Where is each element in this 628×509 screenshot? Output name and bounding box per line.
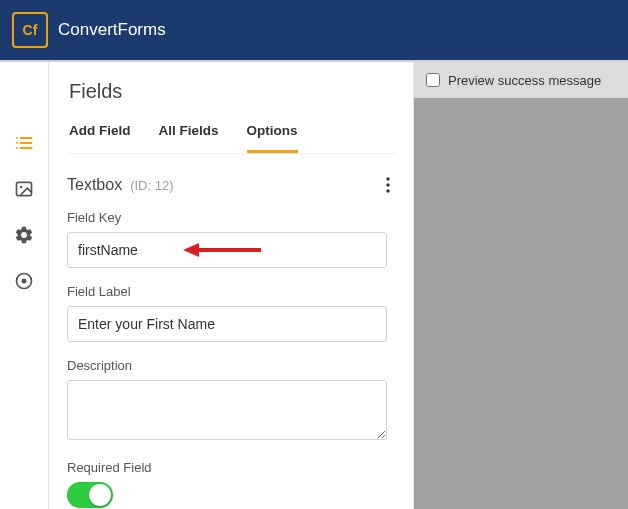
tabs: Add Field All Fields Options bbox=[67, 123, 397, 154]
toggle-knob bbox=[89, 484, 111, 506]
preview-bar: Preview success message bbox=[414, 62, 628, 98]
image-icon[interactable] bbox=[13, 178, 35, 200]
preview-checkbox-label: Preview success message bbox=[448, 73, 601, 88]
list-icon[interactable] bbox=[13, 132, 35, 154]
required-group: Required Field bbox=[67, 460, 397, 508]
svg-point-12 bbox=[386, 189, 389, 192]
field-label-group: Field Label bbox=[67, 284, 397, 342]
field-key-input[interactable] bbox=[67, 232, 387, 268]
field-label-input[interactable] bbox=[67, 306, 387, 342]
description-group: Description bbox=[67, 358, 397, 444]
panel-title: Fields bbox=[69, 80, 397, 103]
svg-point-5 bbox=[16, 147, 18, 149]
more-icon[interactable] bbox=[379, 176, 397, 194]
fields-panel: Fields Add Field All Fields Options Text… bbox=[48, 62, 414, 509]
gear-icon[interactable] bbox=[13, 224, 35, 246]
svg-point-4 bbox=[16, 142, 18, 144]
section-id: (ID: 12) bbox=[130, 178, 173, 193]
required-label: Required Field bbox=[67, 460, 397, 475]
field-label-label: Field Label bbox=[67, 284, 397, 299]
tab-all-fields[interactable]: All Fields bbox=[159, 123, 219, 153]
logo-text: Cf bbox=[23, 22, 38, 38]
svg-point-10 bbox=[386, 177, 389, 180]
field-key-label: Field Key bbox=[67, 210, 397, 225]
app-brand: ConvertForms bbox=[58, 20, 166, 40]
description-label: Description bbox=[67, 358, 397, 373]
section-header: Textbox (ID: 12) bbox=[67, 176, 397, 194]
target-icon[interactable] bbox=[13, 270, 35, 292]
preview-checkbox[interactable] bbox=[426, 73, 440, 87]
section-title: Textbox bbox=[67, 176, 122, 194]
field-key-group: Field Key bbox=[67, 210, 397, 268]
app-logo: Cf bbox=[12, 12, 48, 48]
tab-add-field[interactable]: Add Field bbox=[69, 123, 131, 153]
app-header: Cf ConvertForms bbox=[0, 0, 628, 60]
description-input[interactable] bbox=[67, 380, 387, 440]
tab-options[interactable]: Options bbox=[247, 123, 298, 153]
svg-point-11 bbox=[386, 183, 389, 186]
svg-point-9 bbox=[22, 279, 27, 284]
svg-point-7 bbox=[20, 186, 22, 189]
icon-sidebar bbox=[0, 62, 48, 509]
main-layout: Fields Add Field All Fields Options Text… bbox=[0, 62, 628, 509]
svg-point-3 bbox=[16, 137, 18, 139]
required-toggle[interactable] bbox=[67, 482, 113, 508]
preview-panel: Preview success message bbox=[414, 62, 628, 509]
